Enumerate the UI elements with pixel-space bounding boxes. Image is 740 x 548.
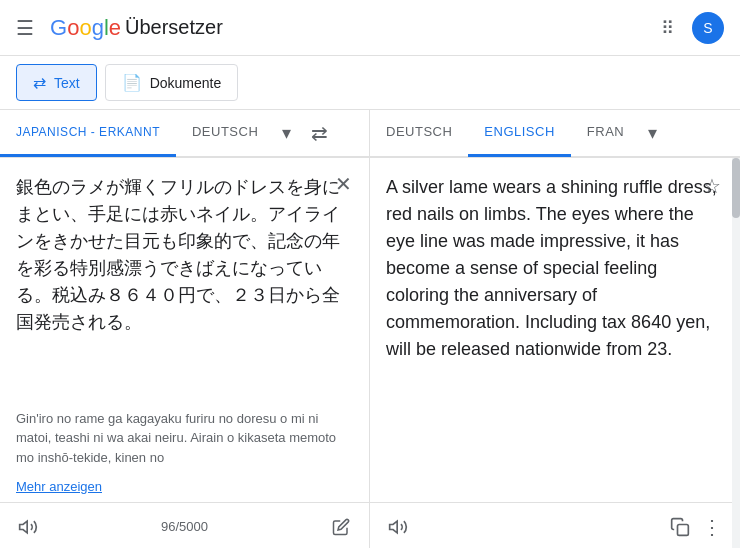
source-pane: 銀色のラメが輝くフリルのドレスを身にまとい、手足には赤いネイル。アイラインをきか… — [0, 158, 370, 548]
source-lang-tab-detected[interactable]: JAPANISCH - ERKANNT — [0, 109, 176, 157]
scrollbar-thumb — [732, 158, 740, 218]
edit-icon[interactable] — [325, 511, 357, 543]
docs-icon: 📄 — [122, 73, 142, 92]
source-lang-tab-deutsch[interactable]: DEUTSCH — [176, 109, 274, 157]
source-input-area[interactable]: 銀色のラメが輝くフリルのドレスを身にまとい、手足には赤いネイル。アイラインをきか… — [0, 158, 369, 409]
target-lang-tab-deutsch[interactable]: DEUTSCH — [370, 109, 468, 157]
lang-bar-right: DEUTSCH ENGLISCH FRAN ▾ — [370, 109, 740, 157]
language-bar: JAPANISCH - ERKANNT DEUTSCH ▾ ⇄ DEUTSCH … — [0, 110, 740, 158]
target-lang-dropdown[interactable]: ▾ — [640, 109, 665, 157]
docs-label: Dokumente — [150, 75, 222, 91]
source-speaker-icon[interactable] — [12, 511, 44, 543]
scrollbar-track[interactable] — [732, 158, 740, 548]
translate-icon: ⇄ — [33, 73, 46, 92]
docs-button[interactable]: 📄 Dokumente — [105, 64, 239, 101]
logo-google: Google — [50, 15, 121, 41]
target-footer: ⋮ — [370, 502, 740, 548]
lang-bar-left: JAPANISCH - ERKANNT DEUTSCH ▾ ⇄ — [0, 109, 370, 157]
more-link[interactable]: Mehr anzeigen — [0, 475, 369, 502]
header-left: ☰ Google Übersetzer — [16, 15, 223, 41]
logo: Google Übersetzer — [50, 15, 223, 41]
target-lang-tab-fran[interactable]: FRAN — [571, 109, 640, 157]
toolbar: ⇄ Text 📄 Dokumente — [0, 56, 740, 110]
text-button[interactable]: ⇄ Text — [16, 64, 97, 101]
header-right: ⠿ S — [661, 12, 724, 44]
svg-rect-0 — [678, 524, 689, 535]
romanization-text: Gin'iro no rame ga kagayaku furiru no do… — [0, 409, 369, 476]
target-lang-tab-english[interactable]: ENGLISCH — [468, 109, 570, 157]
avatar[interactable]: S — [692, 12, 724, 44]
target-speaker-icon[interactable] — [382, 511, 414, 543]
target-pane: A silver lame wears a shining ruffle dre… — [370, 158, 740, 548]
source-lang-dropdown[interactable]: ▾ — [274, 109, 299, 157]
hamburger-icon[interactable]: ☰ — [16, 16, 34, 40]
text-label: Text — [54, 75, 80, 91]
source-footer: 96/5000 — [0, 502, 369, 548]
main-content: 銀色のラメが輝くフリルのドレスを身にまとい、手足には赤いネイル。アイラインをきか… — [0, 158, 740, 548]
clear-button[interactable]: ✕ — [329, 170, 357, 198]
translated-text: A silver lame wears a shining ruffle dre… — [370, 158, 740, 502]
char-count: 96/5000 — [44, 519, 325, 534]
star-icon[interactable]: ☆ — [696, 170, 728, 202]
copy-icon[interactable] — [664, 511, 696, 543]
more-options-icon[interactable]: ⋮ — [696, 511, 728, 543]
source-text: 銀色のラメが輝くフリルのドレスを身にまとい、手足には赤いネイル。アイラインをきか… — [16, 174, 353, 336]
logo-title: Übersetzer — [125, 16, 223, 39]
swap-button[interactable]: ⇄ — [299, 109, 339, 157]
header: ☰ Google Übersetzer ⠿ S — [0, 0, 740, 56]
grid-icon[interactable]: ⠿ — [661, 17, 676, 39]
